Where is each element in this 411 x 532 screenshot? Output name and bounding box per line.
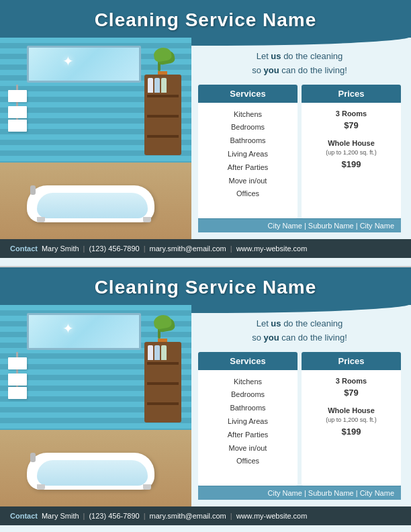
- flyer-1-title: Cleaning Service Name: [0, 9, 411, 31]
- content-area-2: Let us do the cleaning so you can do the…: [191, 305, 411, 506]
- bottle-1: [148, 78, 153, 93]
- service-item-2e: After Parties: [202, 429, 293, 442]
- contact-name-1: Mary Smith: [42, 245, 79, 253]
- bottle-2c: [161, 345, 167, 360]
- services-prices-1: Services Kitchens Bedrooms Bathrooms Liv…: [198, 85, 401, 218]
- tagline-so-1: so: [252, 65, 263, 75]
- flyer-1-header: Cleaning Service Name: [0, 0, 411, 38]
- tub-body-2: [27, 453, 154, 490]
- window-1: [27, 46, 141, 83]
- service-item-1f: Move in/out: [202, 175, 293, 188]
- price-group-2a: 3 Rooms $79: [306, 375, 397, 400]
- service-item-1c: Bathrooms: [202, 134, 293, 148]
- plant-leaves-1: [152, 48, 173, 71]
- service-item-2g: Offices: [202, 455, 293, 468]
- tub-foot-left-2: [37, 484, 45, 490]
- service-item-1e: After Parties: [202, 161, 293, 175]
- price-note-1b: (up to 1,200 sq. ft.): [306, 148, 397, 158]
- price-note-2b: (up to 1,200 sq. ft.): [306, 416, 397, 425]
- tagline-2: Let us do the cleaning so you can do the…: [198, 317, 401, 345]
- city-bar-1: City Name | Suburb Name | City Name: [198, 218, 401, 232]
- contact-bar-2: Contact Mary Smith | (123) 456-7890 | ma…: [0, 506, 411, 525]
- price-title-1b: Whole House: [306, 138, 397, 149]
- tub-foot-left-1: [37, 217, 45, 222]
- service-item-1b: Bedrooms: [202, 121, 293, 134]
- service-item-2d: Living Areas: [202, 415, 293, 429]
- prices-col-2: Prices 3 Rooms $79 Whole House (up to 1,…: [302, 352, 401, 486]
- contact-website-2: www.my-website.com: [236, 512, 308, 520]
- tagline-part2-1: do the cleaning: [281, 51, 343, 61]
- contact-label-2: Contact: [10, 512, 38, 520]
- services-col-1: Services Kitchens Bedrooms Bathrooms Liv…: [198, 85, 298, 218]
- price-value-1a: $79: [306, 119, 397, 132]
- towel-1a: [8, 90, 27, 102]
- prices-col-1: Prices 3 Rooms $79 Whole House (up to 1,…: [302, 85, 401, 218]
- flyer-1-body: Let us do the cleaning so you can do the…: [0, 38, 411, 239]
- contact-phone-1: (123) 456-7890: [89, 245, 139, 253]
- tub-foot-right-2: [143, 484, 151, 490]
- bottle-3: [161, 78, 167, 93]
- service-item-1d: Living Areas: [202, 148, 293, 161]
- service-item-1g: Offices: [202, 187, 293, 201]
- services-header-1: Services: [198, 85, 298, 103]
- shelf-unit-2: [144, 342, 181, 423]
- contact-name-2: Mary Smith: [42, 512, 79, 520]
- service-item-2f: Move in/out: [202, 442, 293, 455]
- flyer-2-title: Cleaning Service Name: [0, 277, 411, 298]
- towel-1b: [8, 106, 27, 118]
- towel-2a: [8, 357, 27, 369]
- tagline-part2-2: do the cleaning: [281, 318, 343, 328]
- price-title-2b: Whole House: [306, 405, 397, 416]
- price-value-2b: $199: [306, 425, 397, 439]
- contact-email-2: mary.smith@email.com: [150, 512, 226, 520]
- services-col-2: Services Kitchens Bedrooms Bathrooms Liv…: [198, 352, 298, 486]
- price-group-1a: 3 Rooms $79: [306, 108, 397, 132]
- service-item-2b: Bedrooms: [202, 388, 293, 402]
- prices-header-2: Prices: [302, 352, 401, 370]
- bottle-2: [154, 78, 160, 93]
- tub-body-1: [27, 185, 154, 222]
- contact-email-1: mary.smith@email.com: [150, 245, 226, 253]
- tagline-part3-2: can do the living!: [279, 332, 347, 343]
- city-bar-2: City Name | Suburb Name | City Name: [198, 486, 401, 500]
- service-item-2a: Kitchens: [202, 375, 293, 389]
- prices-header-1: Prices: [302, 85, 401, 103]
- bathtub-1: [20, 179, 154, 222]
- bathroom-illustration-2: [0, 305, 191, 506]
- bathtub-2: [20, 446, 154, 490]
- tagline-so-2: so: [252, 332, 263, 343]
- price-title-1a: 3 Rooms: [306, 108, 397, 120]
- tagline-you-1: you: [264, 65, 279, 75]
- contact-phone-2: (123) 456-7890: [89, 512, 139, 520]
- contact-website-1: www.my-website.com: [236, 245, 308, 253]
- bathroom-illustration-1: [0, 38, 191, 239]
- service-item-2c: Bathrooms: [202, 402, 293, 415]
- towel-rack-2: [13, 352, 21, 399]
- tagline-part3-1: can do the living!: [279, 65, 347, 75]
- window-2: [27, 313, 141, 350]
- tub-foot-right-1: [143, 217, 151, 222]
- prices-body-2: 3 Rooms $79 Whole House (up to 1,200 sq.…: [302, 370, 401, 449]
- tagline-you-2: you: [264, 332, 279, 343]
- towel-rack-1: [13, 85, 21, 132]
- tagline-1: Let us do the cleaning so you can do the…: [198, 50, 401, 78]
- services-body-1: Kitchens Bedrooms Bathrooms Living Areas…: [198, 103, 298, 207]
- plant-2: [152, 312, 173, 345]
- content-area-1: Let us do the cleaning so you can do the…: [191, 38, 411, 239]
- tagline-part1-1: Let: [257, 51, 271, 61]
- tub-inner-1: [37, 193, 148, 218]
- service-item-1a: Kitchens: [202, 108, 293, 122]
- shelf-items-1: [148, 78, 178, 93]
- services-prices-2: Services Kitchens Bedrooms Bathrooms Liv…: [198, 352, 401, 486]
- tagline-us-2: us: [271, 318, 281, 328]
- contact-bar-1: Contact Mary Smith | (123) 456-7890 | ma…: [0, 239, 411, 258]
- flyer-2-header: Cleaning Service Name: [0, 267, 411, 305]
- shelf-unit-1: [144, 75, 181, 155]
- faucet-2: [30, 453, 36, 462]
- tagline-us-1: us: [271, 51, 281, 61]
- price-value-2a: $79: [306, 386, 397, 400]
- towel-2b: [8, 373, 27, 386]
- flyer-2-body: Let us do the cleaning so you can do the…: [0, 305, 411, 506]
- flyer-2: Cleaning Service Name: [0, 267, 411, 532]
- bottle-2a: [148, 345, 153, 360]
